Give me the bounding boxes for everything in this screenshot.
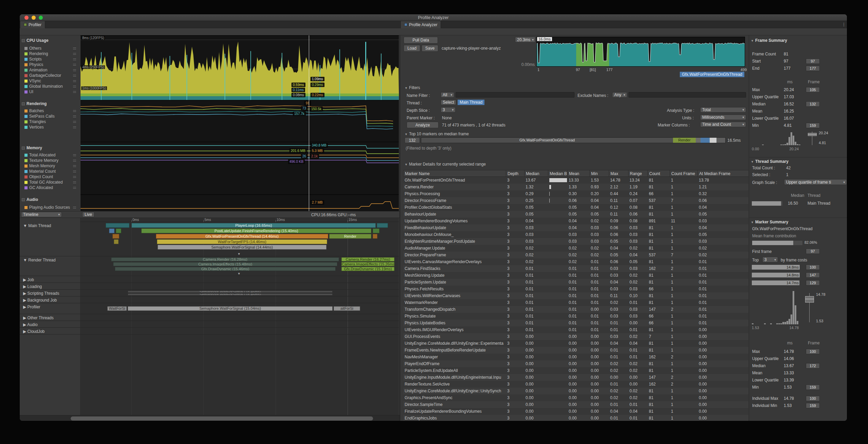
zoom-window-button[interactable] (39, 16, 43, 20)
legend-item[interactable]: Others (24, 46, 79, 51)
column-header[interactable]: Median B (548, 170, 567, 176)
goto-frame-button[interactable]: 132 (806, 101, 820, 107)
marker-details-foldout[interactable]: ▼Marker Details for currently selected r… (405, 162, 486, 167)
table-row[interactable]: UIEvents.IMGUIRenderOverlays30.010.010.0… (403, 326, 748, 333)
timeline-span[interactable]: Camera.Render (16.28ms) (111, 257, 339, 261)
thread-select-button[interactable]: Select (441, 100, 456, 105)
table-row[interactable]: PlayerEndOfFrame30.000.000.000.020.02811… (403, 360, 748, 367)
filters-foldout[interactable]: ▼Filters (405, 85, 420, 90)
timeline-thread-cloudjob[interactable]: ▶ CloudJob (20, 328, 80, 335)
goto-frame-button[interactable]: 100 (806, 396, 820, 401)
timeline-thread-job[interactable]: ▶ Job (20, 276, 80, 283)
column-header[interactable]: Min (589, 170, 609, 176)
legend-item[interactable]: SetPass Calls (24, 114, 79, 119)
column-header[interactable]: Count Frame (670, 170, 697, 176)
timeline-span[interactable]: Render (329, 234, 371, 239)
exclude-mode-dropdown[interactable]: Any (612, 92, 627, 98)
legend-item[interactable]: Material Count (24, 169, 79, 174)
table-row[interactable]: Physics.FetchResults30.010.010.010.030.0… (403, 286, 748, 292)
table-row[interactable]: WatermarkRender30.010.010.010.020.018110… (403, 299, 748, 306)
frame-time-chart[interactable] (536, 37, 745, 67)
legend-toggle-icon[interactable] (73, 91, 76, 93)
column-header[interactable]: Range (628, 170, 648, 176)
timeline-span[interactable]: Semaphore.WaitForSignal (15.04ms) (128, 306, 333, 311)
legend-toggle-icon[interactable] (73, 176, 76, 178)
horizontal-scrollbar[interactable] (20, 415, 400, 421)
legend-toggle-icon[interactable] (73, 69, 76, 71)
top10-segment[interactable] (716, 138, 725, 143)
table-row[interactable]: MeshSkinning.Update30.010.010.010.030.02… (403, 272, 748, 279)
legend-item[interactable]: GC Allocated (24, 185, 79, 190)
marker-summary-header[interactable]: ▼Marker Summary (751, 220, 788, 224)
table-row[interactable]: Gfx.WaitForPresentOnGfxThread313.6713.33… (403, 177, 748, 184)
legend-toggle-icon[interactable] (73, 75, 76, 76)
timeline-span[interactable]: Semaphore.WaitForSignal (18.46ms) (128, 291, 333, 293)
legend-item[interactable]: Rendering (24, 51, 79, 56)
column-header[interactable]: At Median Frame (697, 170, 748, 176)
timeline-ruler[interactable]: 0ms5ms10ms15ms (81, 218, 399, 222)
expand-arrow-icon[interactable]: ▼ (237, 252, 241, 256)
name-filter-input[interactable] (456, 92, 574, 98)
timeline-span[interactable]: Gfx.WaitForPresentOnGfxThread (14.46ms) (156, 234, 328, 239)
load-button[interactable]: Load (404, 45, 420, 52)
table-row[interactable]: FixedBehaviourUpdate30.030.040.030.060.0… (403, 224, 748, 231)
name-filter-mode-dropdown[interactable]: All (441, 92, 454, 98)
table-row[interactable]: Camera.FindStacks30.010.010.010.030.0316… (403, 265, 748, 272)
timeline-span[interactable] (373, 234, 377, 239)
timeline-span[interactable] (373, 228, 379, 233)
first-frame-button[interactable]: 97 (806, 249, 820, 254)
goto-frame-button[interactable]: 177 (806, 66, 820, 71)
goto-frame-button[interactable]: 100 (806, 349, 820, 354)
timeline-thread-profiler[interactable]: ▶ Profiler (20, 303, 80, 314)
thread-name-value[interactable]: Main Thread (808, 201, 830, 206)
tab-profiler[interactable]: Profiler (20, 21, 45, 28)
timeline-thread-other-threads[interactable]: ▶ Other Threads (20, 314, 80, 321)
timeline-span[interactable]: WaitForTargetFPS (14.46ms) (157, 239, 327, 244)
table-row[interactable]: UIEvents.CanvasManagerRenderOverlays30.0… (403, 258, 748, 265)
table-row[interactable]: FrameEvents.NewInputBeforeRenderUpdate30… (403, 347, 748, 354)
thread-value-chip[interactable]: Main Thread (458, 100, 484, 105)
legend-toggle-icon[interactable] (73, 182, 76, 183)
legend-item[interactable]: Vertices (24, 124, 79, 130)
table-row[interactable]: UnityEngine.CoreModule.dll!UnityEngine::… (403, 388, 748, 394)
units-dropdown[interactable]: Milliseconds (700, 115, 746, 120)
legend-item[interactable]: VSync (24, 78, 79, 84)
legend-item[interactable]: Global Illumination (24, 84, 79, 89)
exclude-names-input[interactable] (628, 92, 746, 98)
legend-toggle-icon[interactable] (73, 207, 76, 208)
top10-frame-button[interactable]: 132 (405, 137, 420, 143)
column-header[interactable]: Marker Name (403, 170, 506, 176)
timeline-span[interactable]: aitForSi (334, 306, 360, 311)
timeline-span[interactable] (106, 223, 129, 228)
analyze-button[interactable]: Analyze (407, 122, 439, 128)
top10-segment[interactable] (701, 138, 710, 143)
timeline-view-dropdown[interactable]: Timeline (21, 212, 62, 217)
analysis-type-dropdown[interactable]: Total (700, 107, 746, 113)
module-header[interactable]: CPU Usage (22, 38, 49, 43)
timeline-span[interactable]: Camera.ImageEffects (15.48ms) (113, 262, 337, 266)
timeline-canvas[interactable]: 0ms5ms10ms15msPlayerLoop (16.65ms)PostLa… (81, 218, 399, 415)
legend-item[interactable]: Total GC Allocated (24, 180, 79, 185)
goto-frame-button[interactable]: 159 (806, 385, 820, 390)
table-row[interactable]: BehaviourUpdate30.050.050.050.110.068110… (403, 211, 748, 218)
timeline-span[interactable]: WaitForSi (107, 306, 127, 311)
table-row[interactable]: AudioManager.Update30.020.020.020.040.02… (403, 245, 748, 252)
table-row[interactable]: Graphics.PresentAndSync30.000.000.000.02… (403, 394, 748, 401)
live-toggle[interactable]: Live (82, 212, 94, 217)
legend-toggle-icon[interactable] (73, 126, 76, 128)
table-row[interactable]: Camera.Render31.321.330.932.121.198111.2… (403, 184, 748, 190)
goto-frame-button[interactable]: 159 (806, 123, 820, 128)
legend-toggle-icon[interactable] (73, 48, 76, 49)
goto-frame-button[interactable]: 159 (806, 403, 820, 408)
top10-segment[interactable]: Gfx.WaitForPresentOnGfxThread (421, 138, 673, 143)
legend-toggle-icon[interactable] (73, 110, 76, 112)
table-row[interactable]: Physics.UpdateBodies30.010.010.010.010.0… (403, 320, 748, 326)
minimize-window-button[interactable] (32, 16, 36, 20)
timeline-span[interactable]: PostLateUpdate.FinishFrameRendering (15.… (141, 228, 371, 233)
expand-arrow-icon[interactable]: ▼ (237, 272, 241, 275)
table-row[interactable]: TransformChangedDispatch30.010.010.000.0… (403, 306, 748, 313)
table-row[interactable]: Director.ProcessFrame30.250.060.040.110.… (403, 197, 748, 204)
timeline-span[interactable] (114, 239, 119, 244)
legend-item[interactable]: Scripts (24, 56, 79, 62)
frame-summary-header[interactable]: ▼Frame Summary (751, 38, 787, 43)
